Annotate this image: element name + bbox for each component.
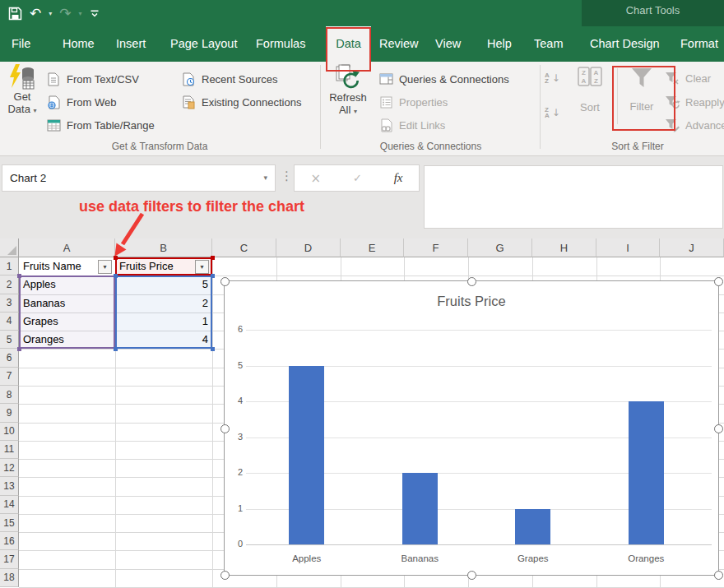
enter-button[interactable]: ✓ (353, 172, 362, 184)
properties-button[interactable]: Properties (378, 92, 448, 112)
cancel-button[interactable]: × (310, 171, 321, 186)
y-tick-label: 6 (226, 324, 243, 334)
name-box[interactable]: Chart 2 ▾ (2, 164, 276, 192)
from-text-csv-button[interactable]: From Text/CSV (46, 69, 139, 89)
svg-text:Z: Z (594, 77, 598, 85)
tab-home[interactable]: Home (63, 26, 95, 62)
tab-insert[interactable]: Insert (116, 26, 146, 62)
group-separator (320, 65, 321, 149)
refresh-all-button[interactable]: Refresh All ▾ (324, 64, 372, 118)
row-header-1[interactable]: 1 (0, 257, 19, 275)
cell-a4[interactable]: Grapes (19, 313, 115, 330)
row-header-5[interactable]: 5 (0, 331, 19, 349)
bar-apples[interactable] (289, 366, 324, 545)
range-corner-handle[interactable] (211, 347, 215, 351)
embedded-chart[interactable]: Fruits Price 0123456ApplesBananasGrapesO… (224, 280, 719, 576)
chart-resize-handle-e[interactable] (714, 424, 723, 433)
row-header-6[interactable]: 6 (0, 349, 19, 367)
formula-bar-input[interactable] (424, 165, 723, 229)
chart-resize-handle-se[interactable] (714, 571, 723, 580)
tab-formulas[interactable]: Formulas (256, 26, 305, 62)
range-corner-handle[interactable] (114, 347, 118, 351)
bar-bananas[interactable] (402, 473, 438, 544)
row-header-18[interactable]: 18 (0, 569, 19, 587)
cell-a2[interactable]: Apples (19, 276, 115, 293)
row-header-15[interactable]: 15 (0, 514, 19, 532)
y-tick-label: 5 (226, 360, 243, 370)
undo-dropdown[interactable]: ▾ (49, 10, 52, 17)
row-header-16[interactable]: 16 (0, 532, 19, 550)
row-header-9[interactable]: 9 (0, 404, 19, 422)
column-header-j[interactable]: J (660, 238, 724, 257)
column-header-i[interactable]: I (596, 238, 660, 257)
cell-a3[interactable]: Bananas (19, 295, 115, 312)
edit-links-button[interactable]: Edit Links (378, 115, 445, 135)
row-header-7[interactable]: 7 (0, 368, 19, 386)
customize-qat-button[interactable] (90, 8, 100, 18)
recent-sources-button[interactable]: Recent Sources (181, 69, 278, 89)
tab-help[interactable]: Help (487, 26, 512, 62)
cell-b5[interactable]: 4 (115, 331, 212, 348)
bar-grapes[interactable] (515, 509, 550, 545)
filter-dropdown-a1[interactable]: ▾ (98, 260, 112, 274)
filter-dropdown-b1[interactable]: ▾ (195, 260, 209, 274)
row-header-12[interactable]: 12 (0, 459, 19, 477)
tab-file[interactable]: File (12, 26, 30, 62)
tab-view[interactable]: View (435, 26, 461, 62)
column-header-h[interactable]: H (532, 238, 596, 257)
row-header-8[interactable]: 8 (0, 386, 19, 404)
column-header-f[interactable]: F (404, 238, 468, 257)
column-header-e[interactable]: E (341, 238, 404, 257)
insert-function-button[interactable]: fx (394, 171, 403, 185)
from-table-range-button[interactable]: From Table/Range (46, 115, 155, 135)
cell-b3[interactable]: 2 (115, 295, 212, 312)
row-header-17[interactable]: 17 (0, 550, 19, 568)
chart-resize-handle-sw[interactable] (220, 571, 230, 580)
chart-resize-handle-s[interactable] (467, 571, 476, 580)
column-header-a[interactable]: A (19, 238, 115, 257)
cell-b4[interactable]: 1 (115, 313, 212, 330)
row-header-3[interactable]: 3 (0, 294, 19, 313)
queries-group-label: Queries & Connections (323, 141, 539, 152)
existing-connections-button[interactable]: Existing Connections (181, 92, 301, 112)
cell-a5[interactable]: Oranges (19, 331, 115, 348)
undo-button[interactable]: ↶ (30, 5, 41, 21)
chart-title[interactable]: Fruits Price (225, 294, 718, 309)
sort-button[interactable]: Z A A Z Sort (573, 67, 607, 113)
select-all-button[interactable] (0, 238, 19, 257)
column-header-d[interactable]: D (276, 238, 341, 257)
chart-resize-handle-nw[interactable] (220, 277, 230, 286)
column-header-g[interactable]: G (468, 238, 532, 257)
sort-descending-button[interactable]: ZA↓ (545, 103, 560, 123)
cell-a1[interactable]: Fruits Name (19, 258, 99, 275)
bar-oranges[interactable] (629, 401, 664, 544)
cell-b2[interactable]: 5 (115, 276, 212, 293)
row-header-14[interactable]: 14 (0, 496, 19, 514)
row-header-11[interactable]: 11 (0, 441, 19, 459)
range-corner-handle[interactable] (211, 256, 215, 260)
row-header-4[interactable]: 4 (0, 313, 19, 331)
chart-resize-handle-ne[interactable] (714, 277, 723, 286)
row-header-13[interactable]: 13 (0, 477, 19, 495)
tab-review[interactable]: Review (379, 26, 419, 62)
tab-team[interactable]: Team (534, 26, 563, 62)
chart-resize-handle-w[interactable] (220, 424, 230, 433)
formula-bar-options-icon[interactable]: ⋮ (281, 169, 293, 183)
tab-chart-design[interactable]: Chart Design (590, 26, 660, 62)
get-data-button[interactable]: Get Data ▾ (2, 64, 43, 117)
row-header-10[interactable]: 10 (0, 423, 19, 441)
sort-ascending-button[interactable]: AZ↓ (545, 68, 560, 88)
from-web-button[interactable]: From Web (46, 92, 116, 112)
save-button[interactable] (8, 7, 22, 21)
queries-connections-button[interactable]: Queries & Connections (378, 69, 509, 89)
redo-button[interactable]: ↷ (59, 5, 71, 21)
tab-format[interactable]: Format (680, 26, 718, 62)
cell-b1[interactable]: Fruits Price (115, 258, 196, 275)
column-header-c[interactable]: C (212, 238, 276, 257)
chart-resize-handle-n[interactable] (467, 277, 476, 286)
tab-page-layout[interactable]: Page Layout (170, 26, 237, 62)
redo-dropdown[interactable]: ▾ (79, 10, 82, 17)
range-corner-handle[interactable] (17, 347, 21, 351)
row-header-2[interactable]: 2 (0, 275, 19, 294)
name-box-dropdown-icon[interactable]: ▾ (263, 165, 267, 191)
